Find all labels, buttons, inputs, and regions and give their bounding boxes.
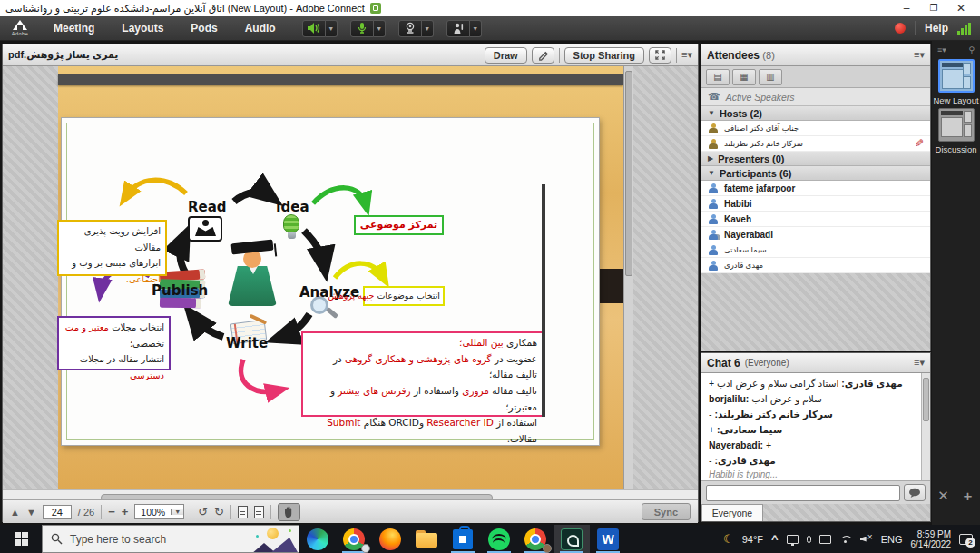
single-page-view-button[interactable] xyxy=(238,506,248,518)
stop-sharing-button[interactable]: Stop Sharing xyxy=(564,47,644,64)
tray-display-icon[interactable] xyxy=(787,535,799,544)
taskbar-chrome[interactable] xyxy=(336,525,372,553)
speaker-dropdown[interactable]: ▼ xyxy=(326,20,338,37)
close-button[interactable]: ✕ xyxy=(947,0,975,16)
clock[interactable]: 8:59 PM 6/14/2022 xyxy=(911,529,952,549)
spotify-icon xyxy=(488,528,510,550)
menu-meeting[interactable]: Meeting xyxy=(40,16,108,41)
weather-moon-icon[interactable]: ☾ xyxy=(723,532,734,546)
attendee-row[interactable]: Habibi xyxy=(701,196,930,212)
share-pod-menu-icon[interactable]: ≡▾ xyxy=(681,49,692,61)
chat-input[interactable] xyxy=(706,485,900,501)
attendee-row[interactable]: Nayerabadi xyxy=(701,227,930,242)
temperature-label[interactable]: 94°F xyxy=(742,534,763,545)
page-total-label: / 26 xyxy=(78,507,94,518)
layout-thumbnail-discussion[interactable] xyxy=(938,108,975,142)
two-page-view-button[interactable] xyxy=(254,506,264,518)
participant-icon xyxy=(708,198,719,209)
chat-message: مهدی قادری: - xyxy=(709,453,917,469)
layout-thumbnail-new-layout[interactable] xyxy=(938,59,975,93)
mic-dropdown[interactable]: ▼ xyxy=(374,20,386,37)
start-button[interactable] xyxy=(0,525,42,553)
attendee-row-host[interactable]: جناب آقای دکتر اصنافی xyxy=(701,121,930,136)
pin-icon[interactable]: ⚲ xyxy=(968,45,975,54)
attendee-row[interactable]: مهدی قادری xyxy=(701,258,930,273)
zoom-out-button[interactable]: − xyxy=(108,505,115,518)
chat-pod-menu-icon[interactable]: ≡▾ xyxy=(914,357,925,369)
rotate-right-button[interactable]: ↻ xyxy=(214,505,224,518)
list-view-button[interactable]: ▤ xyxy=(706,69,730,85)
share-horizontal-scrollbar[interactable] xyxy=(3,489,698,499)
send-message-button[interactable] xyxy=(904,484,926,501)
add-layout-icon[interactable]: ＋ xyxy=(961,488,975,505)
taskbar-edge[interactable] xyxy=(299,525,336,553)
search-icon xyxy=(51,533,63,545)
taskbar-spotify[interactable] xyxy=(481,525,517,553)
hidden-icons-chevron[interactable]: ^ xyxy=(771,532,779,546)
language-indicator[interactable]: ENG xyxy=(881,534,903,545)
layouts-menu-icon[interactable]: ≡▾ xyxy=(937,45,946,54)
maximize-button[interactable]: ❐ xyxy=(920,0,947,16)
menu-audio[interactable]: Audio xyxy=(231,16,289,41)
pointer-tool-button[interactable] xyxy=(532,47,554,64)
chat-header: Chat 6 (Everyone) ≡▾ xyxy=(701,353,930,373)
attendee-row[interactable]: Kaveh xyxy=(701,212,930,227)
tab-everyone[interactable]: Everyone xyxy=(701,504,763,521)
recording-indicator-icon xyxy=(895,23,906,34)
attendee-row-host[interactable]: سرکار خانم دکتر نظربلند ✎ xyxy=(701,136,930,152)
chat-scope-label: (Everyone) xyxy=(745,358,789,368)
taskbar-file-explorer[interactable] xyxy=(408,525,445,553)
tray-keyboard-icon[interactable] xyxy=(819,535,831,544)
fullscreen-button[interactable] xyxy=(649,47,671,64)
hosts-section-header[interactable]: ▼ Hosts (2) xyxy=(701,106,930,121)
status-view-button[interactable]: ▥ xyxy=(759,69,782,85)
minimize-button[interactable]: – xyxy=(893,0,920,16)
taskbar-microsoft-store[interactable] xyxy=(445,525,481,553)
share-vertical-scrollbar[interactable] xyxy=(623,66,633,489)
webcam-dropdown[interactable]: ▼ xyxy=(422,20,434,37)
participants-section-header[interactable]: ▼ Participants (6) xyxy=(701,166,930,181)
speaker-button[interactable] xyxy=(302,20,326,37)
tray-wifi-icon[interactable] xyxy=(839,535,852,543)
menu-layouts[interactable]: Layouts xyxy=(108,16,177,41)
taskbar-word[interactable]: W xyxy=(590,525,626,553)
hand-tool-button[interactable] xyxy=(278,503,300,521)
tray-microphone-icon[interactable] xyxy=(807,536,811,543)
grid-view-button[interactable]: ▦ xyxy=(732,69,756,85)
taskbar-chrome-2[interactable] xyxy=(517,525,554,553)
adobe-connect-icon xyxy=(561,528,583,550)
attendee-row[interactable]: سیما سعادتی xyxy=(701,242,930,258)
webcam-button[interactable] xyxy=(398,20,422,37)
notification-center-icon[interactable]: 2 xyxy=(959,534,973,545)
close-pod-icon[interactable]: ✕ xyxy=(937,488,949,505)
presenters-section-header[interactable]: ▶ Presenters (0) xyxy=(701,152,930,166)
chat-scrollbar[interactable] xyxy=(921,373,930,481)
attendees-pod-menu-icon[interactable]: ≡▾ xyxy=(914,49,925,61)
sync-button[interactable]: Sync xyxy=(642,503,691,520)
mic-button[interactable] xyxy=(350,20,374,37)
host-icon xyxy=(708,123,719,133)
taskbar-adobe-connect[interactable] xyxy=(554,525,590,553)
tray-volume-muted-icon[interactable] xyxy=(860,535,873,544)
zoom-level-select[interactable]: 100% ▼ xyxy=(134,504,184,519)
status-dropdown[interactable]: ▼ xyxy=(470,20,482,37)
share-pod-header: یمری یساز پژوهش.pdf Draw Stop Sharing ≡▾ xyxy=(3,44,698,66)
word-icon: W xyxy=(597,528,619,550)
zoom-in-button[interactable]: + xyxy=(122,505,129,518)
shared-document-title: یمری یساز پژوهش.pdf xyxy=(8,49,118,61)
rotate-left-button[interactable]: ↺ xyxy=(198,505,208,518)
draw-button[interactable]: Draw xyxy=(485,47,527,64)
taskbar-apps: W xyxy=(299,525,626,553)
menu-pods[interactable]: Pods xyxy=(177,16,230,41)
chat-message-list: مهدی قادری: استاد گرامی سلام و عرض ادب +… xyxy=(701,373,930,481)
attendee-row[interactable]: fateme jafarpoor xyxy=(701,181,930,196)
connection-status-icon[interactable] xyxy=(957,22,971,35)
taskbar-firefox[interactable] xyxy=(372,525,408,553)
page-up-button[interactable]: ▲ xyxy=(10,507,20,518)
raise-hand-button[interactable] xyxy=(446,20,470,37)
help-menu[interactable]: Help xyxy=(925,22,948,35)
page-number-input[interactable] xyxy=(43,505,72,519)
taskbar-search-box[interactable]: Type here to search xyxy=(42,525,299,553)
firefox-icon xyxy=(379,528,401,550)
page-down-button[interactable]: ▼ xyxy=(26,507,36,518)
